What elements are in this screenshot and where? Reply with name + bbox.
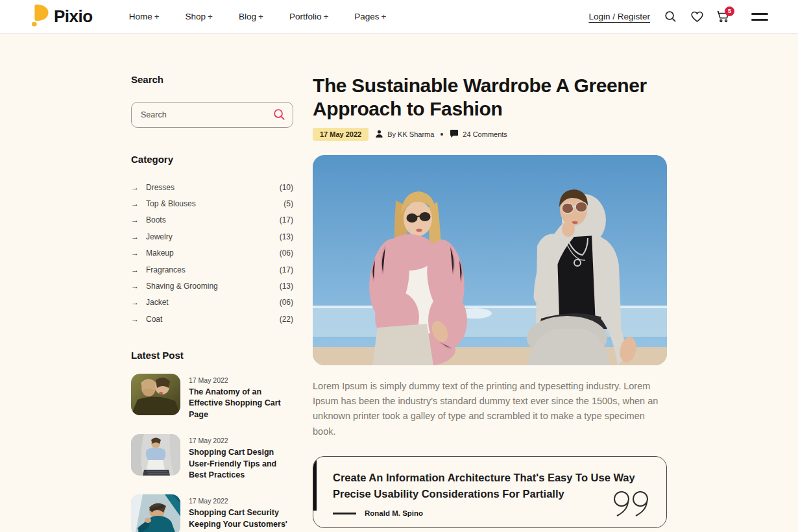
category-label: Coat (146, 315, 162, 324)
cart-icon[interactable]: 5 (717, 10, 730, 23)
comments-count: 24 Comments (463, 130, 507, 138)
post-text: 17 May 2022 Shopping Cart Security Keepi… (189, 494, 293, 532)
author-name: By KK Sharma (387, 130, 434, 138)
page-body: Search Category → Dresses (10) (0, 34, 798, 532)
logo-p-icon (30, 4, 49, 30)
post-text: 17 May 2022 The Anatomy of an Effective … (189, 374, 293, 421)
category-label: Jewelry (146, 232, 173, 241)
arrow-right-icon: → (131, 248, 139, 258)
meta-separator-dot (441, 133, 443, 136)
latest-post-item[interactable]: 17 May 2022 Shopping Cart Design User-Fr… (131, 434, 293, 481)
article-paragraph: Lorem Ipsum is simply dummy text of the … (313, 379, 667, 439)
blockquote-text: Create An Information Architecture That'… (333, 470, 644, 502)
category-item[interactable]: → Makeup (06) (131, 245, 293, 261)
search-icon[interactable] (664, 10, 677, 23)
category-item[interactable]: → Top & Blouses (5) (131, 195, 293, 212)
arrow-right-icon: → (131, 282, 139, 291)
arrow-right-icon: → (131, 265, 139, 274)
category-widget: Category → Dresses (10) → Top & Blouses … (131, 154, 293, 328)
category-count: (17) (280, 215, 293, 224)
latest-post-item[interactable]: 17 May 2022 Shopping Cart Security Keepi… (131, 494, 293, 532)
latest-posts-title: Latest Post (131, 350, 293, 361)
nav-item-label: Blog (239, 12, 256, 21)
comment-bubble-icon (450, 130, 459, 139)
nav-item[interactable]: Portfolio+ (289, 12, 328, 21)
category-list: → Dresses (10) → Top & Blouses (5) → Boo… (131, 179, 293, 328)
plus-icon: + (208, 12, 213, 21)
arrow-right-icon: → (131, 298, 139, 307)
blockquote-author: Ronald M. Spino (365, 509, 423, 517)
blog-article: The Sustainable Wardrobe A Greener Appro… (313, 74, 667, 532)
category-count: (06) (280, 248, 293, 258)
author-person-icon (375, 130, 383, 139)
search-box (131, 102, 293, 128)
article-meta: 17 May 2022 By KK Sharma 24 Comments (313, 128, 667, 141)
category-item[interactable]: → Jacket (06) (131, 295, 293, 311)
category-widget-title: Category (131, 154, 293, 165)
search-widget: Search (131, 74, 293, 128)
category-item[interactable]: → Fragrances (17) (131, 261, 293, 278)
category-count: (17) (280, 265, 293, 274)
post-title: The Anatomy of an Effective Shopping Car… (189, 387, 293, 421)
arrow-right-icon: → (131, 315, 139, 324)
category-label: Dresses (146, 183, 175, 192)
post-date: 17 May 2022 (189, 437, 293, 444)
category-count: (5) (284, 199, 293, 208)
login-register-link[interactable]: Login / Register (588, 12, 650, 21)
category-label: Fragrances (146, 265, 186, 274)
category-label: Jacket (146, 298, 169, 307)
post-title: Shopping Cart Design User-Friendly Tips … (189, 447, 293, 481)
post-date: 17 May 2022 (189, 376, 293, 384)
category-item[interactable]: → Shaving & Grooming (13) (131, 278, 293, 294)
search-widget-title: Search (131, 74, 293, 85)
main-nav: Home+ Shop+ Blog+ Portfolio+ Pages+ (129, 12, 387, 21)
nav-item-label: Shop (186, 12, 206, 21)
nav-item[interactable]: Home+ (129, 12, 160, 21)
category-item[interactable]: → Boots (17) (131, 212, 293, 228)
category-count: (10) (280, 183, 293, 192)
arrow-right-icon: → (131, 232, 139, 241)
article-author[interactable]: By KK Sharma (375, 130, 434, 139)
blockquote-author-dash (333, 513, 356, 514)
post-date: 17 May 2022 (189, 497, 293, 505)
category-count: (22) (280, 315, 293, 324)
plus-icon: + (381, 12, 387, 21)
header-actions: Login / Register 5 (588, 10, 768, 23)
category-count: (13) (280, 282, 293, 291)
blockquote: Create An Information Architecture That'… (313, 456, 667, 529)
plus-icon: + (258, 12, 263, 21)
latest-posts-widget: Latest Post 17 (131, 350, 293, 532)
category-label: Shaving & Grooming (146, 282, 218, 291)
article-title: The Sustainable Wardrobe A Greener Appro… (313, 74, 667, 121)
arrow-right-icon: → (131, 183, 139, 192)
post-text: 17 May 2022 Shopping Cart Design User-Fr… (189, 434, 293, 481)
nav-item[interactable]: Blog+ (239, 12, 263, 21)
category-item[interactable]: → Coat (22) (131, 311, 293, 327)
latest-post-item[interactable]: 17 May 2022 The Anatomy of an Effective … (131, 374, 293, 421)
category-item[interactable]: → Jewelry (13) (131, 228, 293, 245)
nav-item[interactable]: Pages+ (354, 12, 386, 21)
post-thumbnail-image (131, 494, 180, 532)
nav-item[interactable]: Shop+ (186, 12, 213, 21)
blockquote-left-bar (313, 457, 317, 511)
wishlist-heart-icon[interactable] (690, 10, 703, 23)
post-thumbnail-image (131, 374, 180, 415)
category-count: (13) (280, 232, 293, 241)
sidebar-search-submit-icon[interactable] (273, 108, 285, 123)
blog-sidebar: Search Category → Dresses (10) (131, 74, 293, 532)
logo-text: Pixio (54, 6, 93, 27)
nav-item-label: Portfolio (289, 12, 322, 21)
sidebar-search-input[interactable] (131, 102, 293, 128)
cart-count-badge: 5 (725, 6, 734, 16)
category-label: Boots (146, 215, 166, 224)
menu-hamburger-icon[interactable] (751, 13, 768, 21)
logo[interactable]: Pixio (30, 4, 93, 30)
category-count: (06) (280, 298, 293, 307)
nav-item-label: Home (129, 12, 152, 21)
article-comments[interactable]: 24 Comments (450, 130, 507, 139)
plus-icon: + (323, 12, 328, 21)
quotation-marks-icon (612, 490, 649, 520)
category-item[interactable]: → Dresses (10) (131, 179, 293, 195)
top-navbar: Pixio Home+ Shop+ Blog+ Portfolio+ Pages… (0, 0, 798, 34)
category-label: Top & Blouses (146, 199, 196, 208)
